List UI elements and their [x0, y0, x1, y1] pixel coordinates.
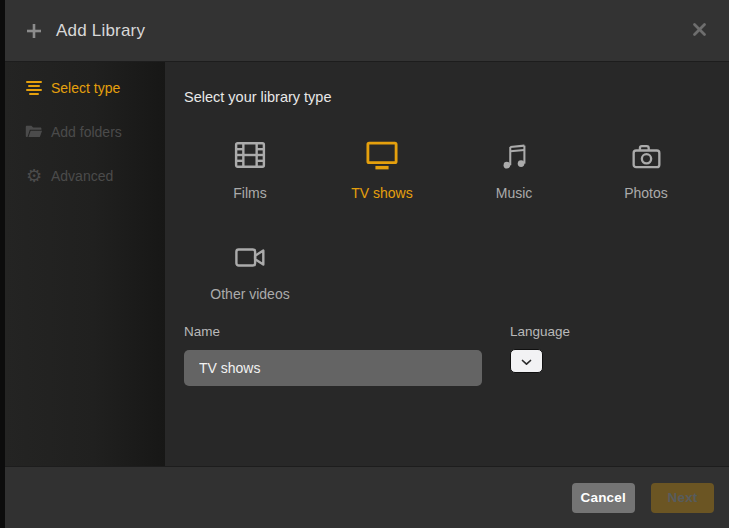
library-type-other-videos[interactable]: Other videos: [184, 227, 316, 303]
sidebar: Select type Add folders ⚙ Advanced: [5, 62, 165, 466]
film-strip-icon: [233, 126, 267, 170]
fields-row: Name Language: [184, 324, 729, 386]
sidebar-item-label: Add folders: [51, 124, 122, 140]
sidebar-item-label: Advanced: [51, 168, 113, 184]
library-type-label: Other videos: [210, 285, 289, 303]
cancel-button[interactable]: Cancel: [572, 483, 635, 513]
library-type-grid: Films TV shows: [184, 126, 729, 303]
content-panel: Select your library type: [165, 62, 729, 466]
library-type-music[interactable]: Music: [448, 126, 580, 202]
library-type-label: Music: [496, 184, 533, 202]
list-bars-icon: [25, 81, 43, 96]
library-type-label: Photos: [624, 184, 668, 202]
video-camera-icon: [233, 227, 267, 271]
name-input[interactable]: [184, 350, 482, 386]
sidebar-item-select-type[interactable]: Select type: [5, 66, 165, 110]
sidebar-item-advanced[interactable]: ⚙ Advanced: [5, 154, 165, 198]
library-type-label: Films: [233, 184, 266, 202]
language-field-label: Language: [510, 324, 570, 340]
close-button[interactable]: [686, 16, 713, 46]
language-select[interactable]: [510, 349, 543, 373]
camera-icon: [630, 126, 663, 170]
language-field-group: Language: [510, 324, 570, 373]
sidebar-item-label: Select type: [51, 80, 120, 96]
gear-icon: ⚙: [25, 167, 43, 185]
tv-icon: [363, 126, 401, 170]
library-type-films[interactable]: Films: [184, 126, 316, 202]
sidebar-item-add-folders[interactable]: Add folders: [5, 110, 165, 154]
library-type-label: TV shows: [351, 184, 412, 202]
library-type-photos[interactable]: Photos: [580, 126, 712, 202]
dialog-body: Select type Add folders ⚙ Advanced Selec…: [5, 62, 729, 466]
dialog-footer: Cancel Next: [5, 466, 729, 528]
library-type-tv-shows[interactable]: TV shows: [316, 126, 448, 202]
name-field-label: Name: [184, 324, 482, 340]
dialog-header: Add Library: [5, 0, 729, 62]
content-heading: Select your library type: [184, 88, 729, 106]
folder-icon: [25, 124, 43, 140]
music-note-icon: [501, 126, 528, 170]
close-icon: [692, 22, 707, 40]
dialog-title: Add Library: [56, 21, 145, 41]
name-field-group: Name: [184, 324, 482, 386]
plus-icon: [25, 22, 43, 40]
next-button[interactable]: Next: [651, 483, 714, 513]
add-library-dialog: Add Library Select type: [5, 0, 729, 528]
chevron-down-icon: [521, 354, 532, 369]
